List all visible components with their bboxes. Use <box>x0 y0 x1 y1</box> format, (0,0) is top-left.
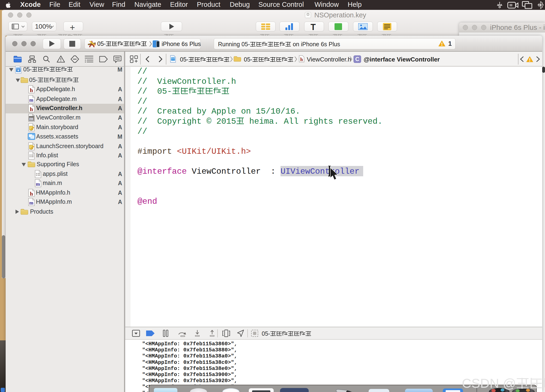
svg-text:m: m <box>29 116 34 121</box>
svg-text:h: h <box>30 191 33 197</box>
svg-text:m: m <box>36 181 40 187</box>
svg-text:m: m <box>29 200 34 206</box>
svg-text:h: h <box>30 106 33 112</box>
svg-text:m: m <box>29 97 34 103</box>
svg-text:h: h <box>300 57 303 62</box>
svg-text:h: h <box>30 87 33 93</box>
